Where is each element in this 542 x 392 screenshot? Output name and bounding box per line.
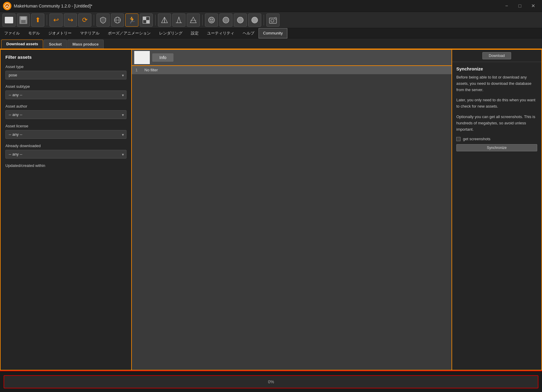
svg-rect-21	[275, 17, 277, 19]
tri2-button[interactable]	[172, 13, 185, 27]
redo-button[interactable]: ↪	[64, 13, 77, 27]
menubar: ファイル モデル ジオメトリー マテリアル ポーズ／アニメーション レンダリング…	[0, 28, 542, 38]
runner-button[interactable]: 🏃	[125, 13, 138, 27]
get-screenshots-row: get screenshots	[456, 137, 537, 141]
preview-thumbnail	[134, 51, 150, 64]
synchronize-button[interactable]: Synchronize	[456, 144, 537, 151]
asset-type-select-wrapper: pose proxy clothes hair teeth eyebrows e…	[5, 71, 126, 79]
close-button[interactable]: ✕	[527, 2, 539, 10]
info-header: Info	[132, 50, 452, 66]
titlebar: MakeHuman Community 1.2.0 - [Untitled]* …	[0, 0, 542, 12]
tri1-button[interactable]	[158, 13, 171, 27]
face3-button[interactable]	[234, 13, 247, 27]
maximize-button[interactable]: □	[514, 2, 526, 10]
window-title: MakeHuman Community 1.2.0 - [Untitled]*	[14, 4, 498, 8]
updated-within-label: Updated/created within	[5, 163, 126, 168]
separator-5	[264, 15, 264, 25]
upload-button[interactable]: ⬆	[31, 13, 44, 27]
svg-rect-6	[146, 20, 150, 23]
minimize-button[interactable]: −	[501, 2, 513, 10]
face2-button[interactable]	[219, 13, 232, 27]
sync-btn-area: Synchronize	[456, 144, 537, 151]
already-downloaded-select-wrapper: -- any -- yes no	[5, 150, 126, 159]
asset-license-select[interactable]: -- any --	[5, 130, 126, 139]
separator-1	[47, 15, 47, 25]
menu-pose[interactable]: ポーズ／アニメーション	[104, 28, 155, 38]
already-downloaded-select[interactable]: -- any -- yes no	[5, 150, 126, 159]
undo-button[interactable]: ↩	[49, 13, 63, 27]
asset-list: 1 No filter	[132, 66, 452, 370]
globe-button[interactable]	[111, 13, 124, 27]
tab-mass-produce[interactable]: Mass produce	[67, 40, 104, 49]
list-item[interactable]: 1 No filter	[132, 66, 452, 74]
menu-file[interactable]: ファイル	[0, 28, 24, 38]
filter-group-asset-subtype: Asset subtype -- any --	[5, 84, 126, 99]
window-controls: − □ ✕	[501, 2, 539, 10]
svg-point-18	[237, 17, 243, 23]
menu-utility[interactable]: ユーティリティ	[203, 28, 238, 38]
svg-point-16	[212, 19, 213, 20]
asset-license-select-wrapper: -- any --	[5, 130, 126, 139]
sync-title: Synchronize	[456, 66, 537, 71]
sync-text-1: Before being able to list or download an…	[456, 74, 537, 93]
tab-download-assets[interactable]: Download assets	[1, 40, 43, 49]
face4-button[interactable]	[248, 13, 261, 27]
svg-marker-8	[164, 17, 167, 23]
right-panel: Download Synchronize Before being able t…	[452, 49, 542, 370]
svg-point-19	[252, 17, 258, 23]
asset-type-label: Asset type	[5, 64, 126, 69]
tabbar: Download assets Socket Mass produce	[0, 38, 542, 49]
menu-settings[interactable]: 設定	[187, 28, 203, 38]
menu-help[interactable]: ヘルプ	[238, 28, 259, 38]
get-screenshots-checkbox[interactable]	[456, 137, 461, 141]
download-btn-area: Download	[452, 50, 541, 62]
toolbar: ⬆ ↩ ↪ ⟳ 🏃	[0, 12, 542, 28]
middle-panel: Info 1 No filter	[132, 49, 452, 370]
svg-marker-12	[190, 17, 196, 23]
checkerboard-button[interactable]	[140, 13, 153, 27]
refresh-button[interactable]: ⟳	[78, 13, 91, 27]
filter-group-already-downloaded: Already downloaded -- any -- yes no	[5, 144, 126, 159]
asset-subtype-select-wrapper: -- any --	[5, 91, 126, 99]
asset-author-label: Asset author	[5, 104, 126, 108]
svg-point-14	[209, 17, 215, 23]
get-screenshots-label: get screenshots	[463, 137, 490, 141]
asset-subtype-label: Asset subtype	[5, 84, 126, 89]
face1-button[interactable]	[205, 13, 218, 27]
asset-author-select-wrapper: -- any --	[5, 110, 126, 119]
sync-panel: Synchronize Before being able to list or…	[452, 62, 541, 370]
new-file-button[interactable]	[2, 13, 16, 27]
separator-3	[155, 15, 155, 25]
menu-material[interactable]: マテリアル	[76, 28, 104, 38]
sync-text-2: Later, you only need to do this when you…	[456, 97, 537, 110]
menu-model[interactable]: モデル	[24, 28, 44, 38]
tri3-button[interactable]	[187, 13, 200, 27]
filter-group-asset-license: Asset license -- any --	[5, 124, 126, 139]
svg-point-17	[223, 17, 229, 23]
tab-socket[interactable]: Socket	[44, 40, 67, 49]
download-button[interactable]: Download	[482, 52, 511, 59]
separator-4	[202, 15, 203, 25]
filter-group-asset-author: Asset author -- any --	[5, 104, 126, 119]
save-file-button[interactable]	[17, 13, 30, 27]
filter-group-asset-type: Asset type pose proxy clothes hair teeth…	[5, 64, 126, 79]
asset-type-select[interactable]: pose proxy clothes hair teeth eyebrows e…	[5, 71, 126, 79]
menu-community[interactable]: Community	[259, 28, 287, 38]
app-logo	[3, 2, 11, 10]
shield-button[interactable]	[96, 13, 110, 27]
menu-render[interactable]: レンダリング	[155, 28, 187, 38]
svg-point-15	[210, 19, 211, 20]
main-content: Filter assets Asset type pose proxy clot…	[0, 49, 542, 370]
menu-geometry[interactable]: ジオメトリー	[44, 28, 76, 38]
asset-name: No filter	[144, 68, 158, 72]
camera-button[interactable]	[266, 13, 280, 27]
asset-number: 1	[135, 68, 141, 72]
progress-bar-container: 0%	[4, 375, 538, 388]
asset-author-select[interactable]: -- any --	[5, 110, 126, 119]
info-tab[interactable]: Info	[152, 53, 173, 62]
sync-text-3: Optionally you can get all screenshots. …	[456, 114, 537, 132]
filter-panel-title: Filter assets	[5, 55, 126, 60]
asset-subtype-select[interactable]: -- any --	[5, 91, 126, 99]
svg-marker-9	[177, 17, 181, 23]
separator-2	[94, 15, 94, 25]
